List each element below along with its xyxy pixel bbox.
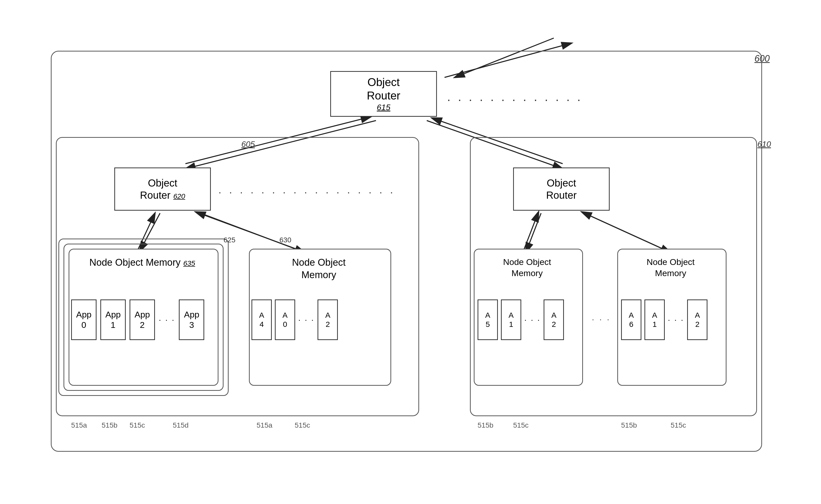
app-row-610a: A5 A1 · · · A2: [478, 299, 564, 340]
blabel-515b-1: 515b: [102, 421, 117, 429]
label-610: 610: [758, 140, 771, 149]
blabel-515c-1: 515c: [129, 421, 145, 429]
blabel-515c-4: 515c: [671, 421, 686, 429]
nom-635-title: Node Object Memory 635: [74, 256, 211, 269]
router-615-label: ObjectRouter 615: [367, 76, 400, 112]
app-box-a1-610a: A1: [501, 299, 521, 340]
router-610: ObjectRouter: [513, 167, 609, 211]
app-box-3: App3: [179, 299, 204, 340]
router-620: ObjectRouter 620: [114, 167, 211, 211]
app-box-a2-630: A2: [318, 299, 338, 340]
router-615-text: ObjectRouter: [367, 76, 400, 103]
nom-610b-title: Node ObjectMemory: [620, 256, 722, 279]
nom-630-title: Node ObjectMemory: [252, 256, 386, 281]
app-box-a5: A5: [478, 299, 498, 340]
label-630: 630: [280, 236, 291, 244]
app-box-a1-610b: A1: [645, 299, 665, 340]
dots-605-610: · · · · · · · · · · · · · · · · ·: [219, 187, 396, 198]
label-625: 625: [224, 236, 236, 244]
app-box-1: App1: [100, 299, 126, 340]
dots-615: · · · · · · · · · · · · ·: [447, 93, 582, 107]
label-605: 605: [241, 140, 255, 149]
app-box-a2-610a: A2: [543, 299, 564, 340]
blabel-515a-2: 515a: [257, 421, 272, 429]
app-box-a4: A4: [252, 299, 272, 340]
blabel-515c-3: 515c: [513, 421, 529, 429]
app-box-a2-610b: A2: [687, 299, 708, 340]
app-row-635: App0 App1 App2 · · · App3: [71, 299, 204, 340]
app-box-a6: A6: [621, 299, 642, 340]
app-dots-630: · · ·: [298, 315, 315, 325]
app-box-0: App0: [71, 299, 96, 340]
blabel-515c-2: 515c: [295, 421, 310, 429]
router-620-label: ObjectRouter 620: [140, 177, 185, 201]
router-610-label: ObjectRouter: [546, 177, 576, 201]
app-dots-635: · · ·: [159, 315, 175, 325]
app-box-2: App2: [129, 299, 155, 340]
nom-610a-title: Node ObjectMemory: [476, 256, 578, 279]
app-row-610b: A6 A1 · · · A2: [621, 299, 708, 340]
app-box-a0: A0: [275, 299, 295, 340]
blabel-515a-1: 515a: [71, 421, 87, 429]
dots-610-nom: · · ·: [592, 315, 611, 324]
blabel-515d: 515d: [173, 421, 188, 429]
blabel-515b-3: 515b: [621, 421, 637, 429]
blabel-515b-2: 515b: [478, 421, 493, 429]
nom-635-number: 635: [183, 259, 195, 267]
app-dots-610a: · · ·: [524, 315, 540, 325]
app-row-630: A4 A0 · · · A2: [252, 299, 338, 340]
app-dots-610b: · · ·: [668, 315, 684, 325]
diagram-container: 600 ObjectRouter 615 · · · · · · · · · ·…: [51, 30, 775, 475]
router-615-number: 615: [367, 103, 400, 112]
router-620-number: 620: [173, 192, 185, 200]
router-615: ObjectRouter 615: [330, 71, 437, 117]
